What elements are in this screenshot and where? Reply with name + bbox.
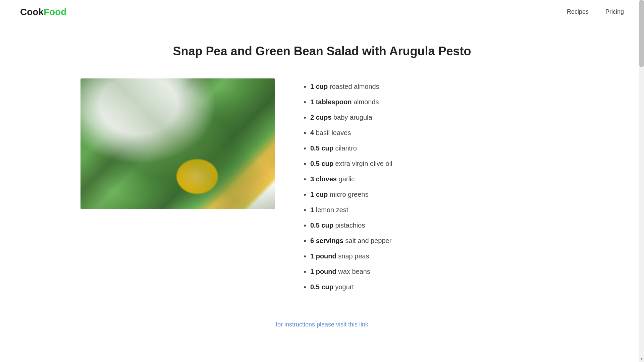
ingredient-amount: 3 cloves: [310, 175, 337, 183]
recipe-image: [80, 78, 275, 209]
ingredient-description: cilantro: [335, 144, 357, 152]
ingredient-description: yogurt: [335, 283, 354, 291]
ingredient-item: 1 pound wax beans: [310, 267, 564, 276]
ingredient-amount: 1 pound: [310, 252, 336, 260]
main-nav: Recipes Pricing: [567, 8, 624, 15]
recipe-title: Snap Pea and Green Bean Salad with Arugu…: [80, 44, 564, 58]
ingredient-amount: 1 tablespoon: [310, 98, 352, 106]
ingredient-amount: 4: [310, 129, 314, 136]
ingredient-item: 0.5 cup yogurt: [310, 282, 564, 292]
instructions-link-container: for instructions please visit this link: [80, 321, 564, 328]
ingredient-amount: 6 servings: [310, 237, 343, 244]
logo-food: Food: [44, 7, 66, 17]
ingredient-amount: 1 cup: [310, 191, 328, 198]
ingredient-amount: 2 cups: [310, 114, 331, 121]
ingredient-item: 2 cups baby arugula: [310, 113, 564, 122]
ingredient-item: 1 lemon zest: [310, 205, 564, 215]
ingredient-description: micro greens: [330, 191, 369, 198]
ingredient-item: 1 tablespoon almonds: [310, 97, 564, 107]
ingredient-item: 1 cup micro greens: [310, 190, 564, 199]
logo-cook: Cook: [20, 7, 44, 17]
recipe-image-container: [80, 78, 275, 209]
main-content: Snap Pea and Green Bean Salad with Arugu…: [54, 24, 590, 348]
ingredient-description: roasted almonds: [330, 83, 379, 90]
ingredient-amount: 1 cup: [310, 83, 328, 90]
ingredient-amount: 0.5 cup: [310, 222, 333, 229]
nav-recipes[interactable]: Recipes: [567, 8, 589, 15]
ingredient-item: 6 servings salt and pepper: [310, 236, 564, 245]
ingredient-description: snap peas: [338, 252, 369, 260]
ingredient-item: 0.5 cup extra virgin olive oil: [310, 159, 564, 168]
ingredient-item: 0.5 cup pistachios: [310, 221, 564, 230]
ingredient-amount: 0.5 cup: [310, 283, 333, 291]
content-area: 1 cup roasted almonds1 tablespoon almond…: [80, 78, 564, 298]
ingredient-description: wax beans: [338, 268, 370, 275]
scrollbar-thumb[interactable]: [639, 0, 644, 67]
ingredient-item: 4 basil leaves: [310, 128, 564, 137]
scrollbar[interactable]: ▼: [639, 0, 644, 362]
ingredient-item: 1 pound snap peas: [310, 251, 564, 261]
ingredient-item: 3 cloves garlic: [310, 174, 564, 184]
ingredient-amount: 0.5 cup: [310, 144, 333, 152]
ingredient-item: 1 cup roasted almonds: [310, 82, 564, 91]
ingredient-amount: 0.5 cup: [310, 160, 333, 167]
ingredient-amount: 1: [310, 206, 314, 214]
ingredients-section: 1 cup roasted almonds1 tablespoon almond…: [302, 78, 564, 298]
instructions-link[interactable]: for instructions please visit this link: [276, 321, 368, 328]
ingredient-description: lemon zest: [316, 206, 348, 214]
ingredient-description: baby arugula: [333, 114, 372, 121]
ingredients-list: 1 cup roasted almonds1 tablespoon almond…: [302, 82, 564, 292]
nav-pricing[interactable]: Pricing: [605, 8, 624, 15]
ingredient-description: garlic: [339, 175, 355, 183]
site-header: CookFood Recipes Pricing: [0, 0, 644, 24]
ingredient-amount: 1 pound: [310, 268, 336, 275]
ingredient-description: salt and pepper: [345, 237, 392, 244]
ingredient-description: almonds: [354, 98, 379, 106]
logo: CookFood: [20, 7, 66, 17]
ingredient-description: pistachios: [335, 222, 365, 229]
ingredient-item: 0.5 cup cilantro: [310, 143, 564, 153]
ingredient-description: extra virgin olive oil: [335, 160, 392, 167]
scrollbar-down-arrow[interactable]: ▼: [639, 355, 644, 362]
ingredient-description: basil leaves: [316, 129, 351, 136]
